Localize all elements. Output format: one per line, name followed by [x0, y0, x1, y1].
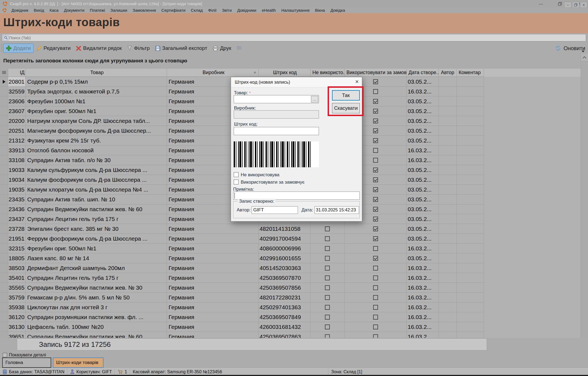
- table-row[interactable]: 35401 Супрадин Лецитин гель туба 175 г Г…: [0, 273, 581, 283]
- menu-item[interactable]: Замовлення: [130, 8, 159, 13]
- menu-item[interactable]: Каса: [47, 8, 61, 13]
- table-row[interactable]: 35759 Гемаксам р-р д/ин. 5% амп. 5 мл № …: [0, 293, 581, 302]
- use-default-checkbox[interactable]: [373, 79, 378, 84]
- filter-button[interactable]: Фільтр: [125, 44, 152, 53]
- not-used-checkbox[interactable]: [325, 305, 330, 310]
- scroll-up-button[interactable]: [581, 54, 588, 61]
- search-input[interactable]: [9, 35, 586, 40]
- menu-item[interactable]: Філії: [205, 8, 219, 13]
- use-default-checkbox[interactable]: [373, 217, 378, 222]
- menu-item[interactable]: Довідник: [9, 8, 31, 13]
- use-default-checkbox[interactable]: [373, 109, 378, 114]
- use-default-checkbox[interactable]: [373, 148, 378, 153]
- use-default-checkbox[interactable]: [373, 168, 378, 172]
- show-details-checkbox[interactable]: [3, 353, 7, 357]
- use-default-checkbox[interactable]: [373, 305, 378, 310]
- table-row[interactable]: 18805 Лазея капс. 80 мг № 14 Германия 40…: [0, 253, 581, 263]
- header-product[interactable]: Товар: [26, 69, 167, 77]
- dialog-not-used-checkbox[interactable]: [234, 172, 239, 177]
- header-date-created[interactable]: Дата створе...: [407, 69, 439, 77]
- menu-item[interactable]: Довідники: [234, 8, 259, 13]
- dialog-use-default-checkbox[interactable]: [234, 180, 239, 184]
- date-input[interactable]: 31.03.2025 15:42:23: [315, 206, 359, 214]
- not-used-checkbox[interactable]: [325, 285, 330, 290]
- use-default-checkbox[interactable]: [373, 295, 378, 300]
- use-default-checkbox[interactable]: [373, 275, 378, 280]
- header-manufacturer[interactable]: Виробник: [167, 69, 259, 77]
- export-button[interactable]: Загальний експорт: [153, 44, 210, 53]
- toolbar-grip[interactable]: [1, 44, 3, 52]
- not-used-checkbox[interactable]: [325, 246, 330, 251]
- menu-item[interactable]: Сертифікати: [159, 8, 188, 13]
- header-author[interactable]: Автор: [439, 69, 457, 77]
- menu-item[interactable]: Склад: [188, 8, 205, 13]
- minimize-button[interactable]: —: [538, 1, 544, 7]
- menu-item[interactable]: Вікна: [312, 8, 328, 13]
- refresh-dropdown-caret[interactable]: [582, 51, 584, 52]
- window-tab[interactable]: Штрих-коди товарів: [53, 357, 103, 368]
- table-row[interactable]: 38503 Дермифант Детский шампунь 200мл Ге…: [0, 263, 581, 273]
- use-default-checkbox[interactable]: [373, 256, 378, 261]
- use-default-checkbox[interactable]: [373, 334, 378, 338]
- table-row[interactable]: 39651 Супрадин Ведмежуйки пастилки жев. …: [0, 332, 581, 338]
- column-list-button[interactable]: [234, 44, 244, 53]
- not-used-checkbox[interactable]: [325, 325, 330, 329]
- use-default-checkbox[interactable]: [373, 266, 378, 271]
- use-default-checkbox[interactable]: [373, 177, 378, 182]
- use-default-checkbox[interactable]: [373, 138, 378, 143]
- not-used-checkbox[interactable]: [325, 275, 330, 280]
- show-details-control[interactable]: Показувати деталі: [3, 352, 46, 358]
- edit-button[interactable]: Редагувати: [34, 44, 73, 53]
- table-row[interactable]: 23728 Эпигалин брест капс. 385 мг № 30 Г…: [0, 224, 581, 234]
- menu-item[interactable]: Звіти: [219, 8, 234, 13]
- table-row[interactable]: 35565 Супрадин Ведмежуйки пастилки жев. …: [0, 283, 581, 293]
- header-comment[interactable]: Коментар: [457, 69, 484, 77]
- use-default-checkbox[interactable]: [373, 197, 378, 202]
- print-button[interactable]: Друк: [210, 44, 234, 53]
- menu-item[interactable]: Налаштування: [279, 8, 312, 13]
- menu-item[interactable]: Документи: [61, 8, 87, 13]
- use-default-checkbox[interactable]: [373, 246, 378, 251]
- menu-item[interactable]: Платежі: [87, 8, 108, 13]
- mdi-close-button[interactable]: ×: [580, 2, 587, 8]
- use-default-checkbox[interactable]: [373, 207, 378, 212]
- table-row[interactable]: 36130 Цефасель табл. 100мкг №20 Германия…: [0, 322, 581, 332]
- dialog-title-bar[interactable]: Штрих-код (новая запись) ×: [231, 77, 362, 87]
- not-used-checkbox[interactable]: [325, 256, 330, 261]
- use-default-checkbox[interactable]: [373, 89, 378, 94]
- use-default-checkbox[interactable]: [373, 236, 378, 241]
- header-use-default[interactable]: Використовувати за замов...: [345, 69, 407, 77]
- search-field[interactable]: [2, 34, 586, 41]
- menu-item[interactable]: Вихід: [31, 8, 47, 13]
- not-used-checkbox[interactable]: [325, 236, 330, 241]
- header-not-used[interactable]: Не використо...: [310, 69, 345, 77]
- restore-button[interactable]: [557, 1, 563, 7]
- not-used-checkbox[interactable]: [325, 226, 330, 231]
- add-button[interactable]: Додати: [3, 44, 33, 53]
- product-input[interactable]: ...: [234, 95, 319, 103]
- vertical-scrollbar[interactable]: [581, 54, 588, 338]
- delete-row-button[interactable]: Видалити рядок: [74, 44, 124, 53]
- table-row[interactable]: 32315 Фрезубин ориг. 500мл №1 Германия 4…: [0, 244, 581, 253]
- table-row[interactable]: 21951 Феррум фосфорикум соль Д-ра Шюссле…: [0, 234, 581, 244]
- table-row[interactable]: 35938 Циклокутан лак для ногтей 3 г Герм…: [0, 302, 581, 312]
- product-browse-button[interactable]: ...: [311, 96, 318, 102]
- header-barcode[interactable]: Штрих код: [259, 69, 310, 77]
- not-used-checkbox[interactable]: [325, 334, 330, 338]
- window-tab[interactable]: Головна: [2, 357, 51, 368]
- author-input[interactable]: GIFT: [252, 206, 298, 214]
- menu-item[interactable]: eHealth: [259, 8, 279, 13]
- barcode-input[interactable]: [234, 127, 319, 135]
- use-default-checkbox[interactable]: [373, 226, 378, 231]
- mdi-minimize-button[interactable]: –: [564, 2, 571, 8]
- header-row-selector[interactable]: [0, 69, 8, 77]
- table-row[interactable]: 36120 Супрадин розумняшки пастилки жев. …: [0, 312, 581, 322]
- refresh-button[interactable]: Оновити: [555, 43, 585, 54]
- not-used-checkbox[interactable]: [325, 315, 330, 320]
- not-used-checkbox[interactable]: [325, 295, 330, 300]
- use-default-checkbox[interactable]: [373, 128, 378, 133]
- menu-item[interactable]: Залишки: [108, 8, 130, 13]
- dialog-close-icon[interactable]: ×: [355, 79, 359, 85]
- use-default-checkbox[interactable]: [373, 325, 378, 329]
- use-default-checkbox[interactable]: [373, 99, 378, 104]
